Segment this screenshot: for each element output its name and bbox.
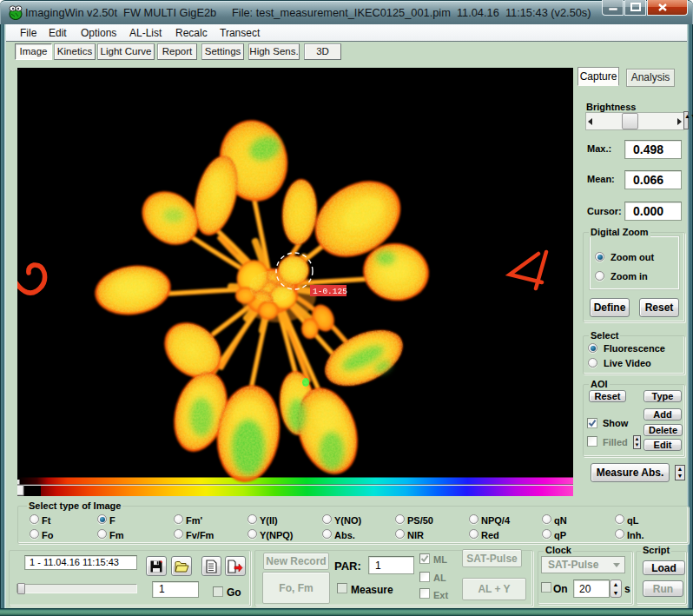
svg-text:1-0.125: 1-0.125 [313, 287, 347, 296]
